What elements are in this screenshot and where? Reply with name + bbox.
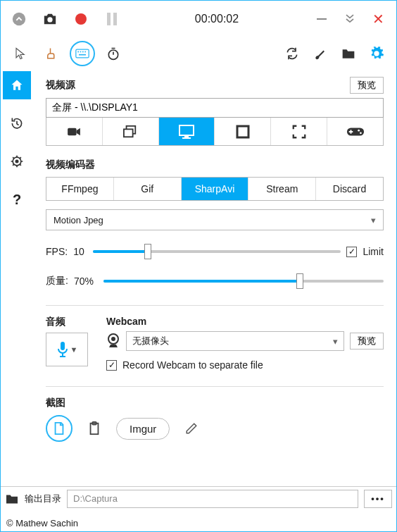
sidebar: ? — [1, 70, 33, 450]
audio-title: 音频 — [46, 316, 94, 328]
codec-dropdown[interactable]: Motion Jpeg ▾ — [46, 209, 384, 230]
svg-rect-20 — [237, 126, 248, 137]
svg-rect-6 — [76, 49, 89, 58]
svg-rect-14 — [68, 128, 77, 135]
titlebar: 00:00:02 ✕ — [1, 1, 396, 37]
main-panel: 视频源 预览 视频编码器 — [33, 70, 396, 450]
source-fullscreen[interactable] — [271, 118, 327, 145]
expand-down-button[interactable] — [339, 8, 361, 30]
keystroke-tool[interactable] — [70, 41, 95, 66]
settings-gear-button[interactable] — [364, 41, 389, 66]
limit-checkbox[interactable]: ✓ — [346, 247, 357, 257]
timer-tool[interactable] — [101, 41, 126, 66]
quality-value: 70% — [74, 276, 98, 287]
encoder-tab-stream[interactable]: Stream — [248, 178, 316, 200]
svg-rect-10 — [84, 51, 86, 53]
screenshot-title: 截图 — [46, 397, 384, 409]
screenshot-button[interactable] — [39, 8, 61, 30]
source-camera[interactable] — [46, 118, 103, 145]
svg-point-2 — [75, 13, 87, 25]
webcam-title: Webcam — [106, 316, 384, 327]
svg-rect-3 — [107, 13, 111, 25]
screenshot-imgur-button[interactable]: Imgur — [116, 418, 170, 440]
svg-rect-9 — [82, 51, 84, 53]
sidebar-home[interactable] — [3, 71, 31, 99]
codec-value: Motion Jpeg — [53, 215, 103, 225]
screenshot-disk-button[interactable] — [46, 415, 73, 442]
sync-button[interactable] — [279, 41, 305, 66]
sidebar-settings[interactable] — [3, 147, 31, 175]
encoder-tab-discard[interactable]: Discard — [316, 178, 383, 200]
minimize-button[interactable] — [310, 8, 333, 30]
timer-display: 00:00:02 — [132, 13, 302, 25]
source-region[interactable] — [215, 118, 271, 145]
svg-point-0 — [13, 13, 25, 25]
svg-rect-24 — [61, 342, 65, 350]
webcam-device-value: 无摄像头 — [132, 335, 169, 347]
screenshot-edit-button[interactable] — [178, 415, 205, 442]
screenshot-clipboard-button[interactable] — [81, 415, 108, 442]
video-source-tabs — [46, 118, 384, 146]
chevron-down-icon: ▾ — [333, 336, 338, 347]
fps-slider[interactable] — [93, 243, 341, 260]
sidebar-help[interactable]: ? — [3, 185, 31, 214]
encoder-tab-gif[interactable]: Gif — [114, 178, 182, 200]
folder-icon — [5, 493, 19, 505]
collapse-button[interactable] — [8, 8, 30, 30]
close-button[interactable]: ✕ — [367, 8, 389, 30]
encoder-title: 视频编码器 — [46, 159, 95, 171]
copyright-label: © Mathew Sachin — [6, 518, 78, 528]
webcam-separate-checkbox[interactable]: ✓ — [106, 360, 117, 371]
chevron-down-icon: ▼ — [70, 345, 78, 354]
tools-toolbar — [1, 37, 396, 70]
source-window-dup[interactable] — [103, 118, 159, 145]
svg-rect-8 — [80, 51, 82, 53]
svg-point-26 — [111, 337, 115, 341]
audio-mic-button[interactable]: ▼ — [46, 333, 88, 366]
output-dir-label: 输出目录 — [25, 493, 61, 505]
svg-point-22 — [358, 129, 360, 131]
quality-slider[interactable] — [103, 273, 384, 290]
footer-bar: 输出目录 D:\Captura ••• — [1, 486, 396, 510]
source-game[interactable] — [327, 118, 383, 145]
svg-rect-5 — [317, 18, 327, 20]
chevron-down-icon: ▾ — [371, 215, 376, 225]
output-path-field[interactable]: D:\Captura — [67, 490, 358, 508]
video-source-field[interactable] — [46, 98, 384, 118]
svg-rect-7 — [77, 51, 79, 53]
pause-button[interactable] — [101, 8, 123, 30]
svg-rect-18 — [184, 135, 189, 137]
webcam-separate-label: Record Webcam to separate file — [122, 359, 263, 371]
svg-rect-19 — [182, 137, 191, 139]
sidebar-recent[interactable] — [3, 109, 31, 137]
svg-point-1 — [47, 17, 52, 22]
fps-value: 10 — [73, 246, 87, 257]
svg-rect-11 — [79, 54, 86, 56]
svg-point-23 — [360, 132, 362, 134]
brush-button[interactable] — [308, 41, 333, 66]
svg-rect-4 — [113, 13, 117, 25]
video-preview-button[interactable]: 预览 — [350, 77, 384, 94]
browse-output-button[interactable]: ••• — [364, 490, 392, 508]
svg-rect-16 — [124, 129, 133, 137]
video-source-title: 视频源 — [46, 79, 75, 92]
quality-label: 质量: — [46, 275, 68, 287]
fps-label: FPS: — [46, 246, 68, 257]
cursor-tool[interactable] — [8, 41, 33, 66]
svg-rect-17 — [179, 125, 194, 135]
webcam-device-dropdown[interactable]: 无摄像头 ▾ — [126, 331, 344, 351]
folder-button[interactable] — [336, 41, 361, 66]
encoder-tab-sharpavi[interactable]: SharpAvi — [182, 178, 249, 200]
source-screen[interactable] — [159, 118, 215, 145]
svg-point-12 — [108, 50, 118, 59]
limit-label: Limit — [363, 246, 384, 257]
record-button[interactable] — [70, 8, 92, 30]
click-tool[interactable] — [39, 41, 64, 66]
encoder-tab-ffmpeg[interactable]: FFmpeg — [46, 178, 114, 200]
webcam-preview-button[interactable]: 预览 — [350, 333, 384, 349]
webcam-icon — [106, 333, 120, 349]
encoder-tabs: FFmpeg Gif SharpAvi Stream Discard — [46, 177, 384, 201]
